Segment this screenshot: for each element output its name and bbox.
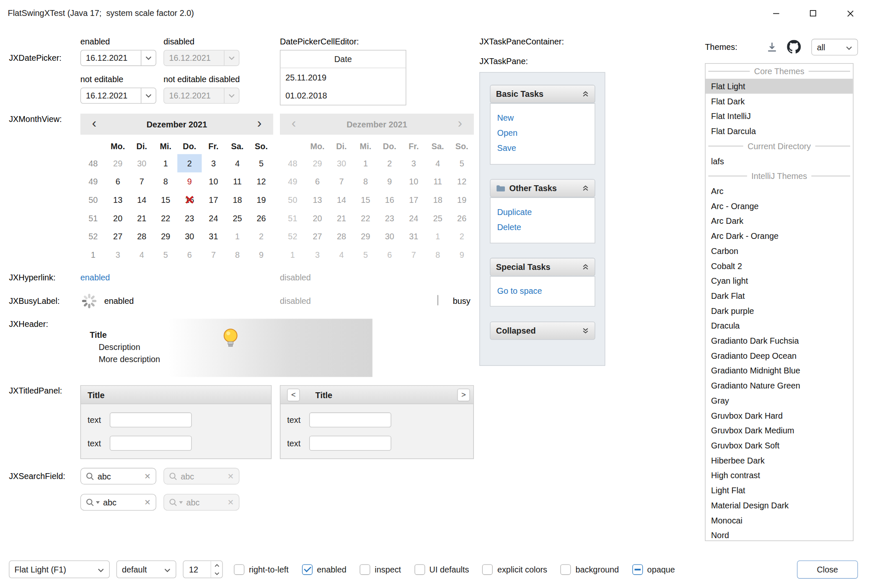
taskpane-other-tasks-header[interactable]: Other Tasks [490, 179, 595, 197]
day-cell[interactable]: 30 [130, 154, 154, 173]
checkbox-box[interactable] [234, 564, 244, 575]
day-cell[interactable]: 4 [225, 154, 249, 173]
day-cell[interactable]: 22 [154, 209, 178, 228]
day-cell[interactable]: 8 [225, 246, 249, 264]
table-row[interactable]: 25.11.2019 [280, 68, 406, 87]
option-checkbox[interactable]: right-to-left [234, 564, 289, 575]
close-window-button[interactable] [838, 0, 863, 26]
table-row[interactable]: 01.02.2018 [280, 86, 406, 105]
theme-list-item[interactable]: Material Design Dark [706, 498, 853, 513]
taskpane-link[interactable]: Open [497, 125, 595, 140]
option-checkbox[interactable]: inspect [360, 564, 401, 575]
theme-list-item[interactable]: Gruvbox Dark Medium [706, 423, 853, 438]
day-cell[interactable]: 12 [249, 172, 273, 191]
download-themes-button[interactable] [765, 40, 779, 54]
day-cell[interactable]: 9 [249, 246, 273, 264]
day-cell[interactable]: 23 [178, 209, 202, 228]
day-cell[interactable]: 11 [225, 172, 249, 191]
theme-list-item[interactable]: Arc Dark [706, 213, 853, 228]
search-menu-arrow-icon[interactable] [96, 501, 100, 504]
day-cell[interactable]: 5 [154, 246, 178, 264]
day-cell[interactable]: 28 [130, 227, 154, 246]
theme-list-item[interactable]: Flat Dark [706, 94, 853, 109]
day-cell[interactable]: 10 [202, 172, 225, 191]
day-cell[interactable]: 7 [130, 172, 154, 191]
themes-filter-combobox[interactable]: all [811, 39, 858, 56]
day-cell[interactable]: 19 [249, 191, 273, 209]
day-cell[interactable]: 2 [249, 227, 273, 246]
taskpane-collapsed-header[interactable]: Collapsed [490, 321, 595, 340]
day-cell[interactable]: 26 [249, 209, 273, 228]
day-cell[interactable]: 50 [80, 191, 106, 209]
option-checkbox[interactable]: opaque [632, 564, 675, 575]
option-checkbox[interactable]: background [561, 564, 619, 575]
theme-list-item[interactable]: Gruvbox Dark Soft [706, 438, 853, 453]
theme-list-item[interactable]: Carbon [706, 243, 853, 259]
day-cell[interactable]: 5 [249, 154, 273, 173]
titledpanel-left-button[interactable]: < [287, 389, 300, 401]
theme-list-item[interactable]: Gradianto Nature Green [706, 378, 853, 393]
prev-month-button[interactable]: ‹ [87, 117, 101, 132]
day-cell[interactable]: 29 [106, 154, 130, 173]
day-cell[interactable]: 48 [80, 154, 106, 173]
day-cell[interactable]: 6 [178, 246, 202, 264]
theme-list-item[interactable]: Dracula [706, 318, 853, 333]
day-cell[interactable]: 25 [225, 209, 249, 228]
day-cell[interactable]: 49 [80, 172, 106, 191]
theme-list-item[interactable]: Nord [706, 528, 853, 541]
next-month-button[interactable]: › [252, 117, 266, 132]
day-cell[interactable]: 1 [225, 227, 249, 246]
checkbox-box[interactable] [360, 564, 370, 575]
text-input[interactable] [309, 436, 391, 451]
theme-list-item[interactable]: Arc Dark - Orange [706, 228, 853, 243]
day-cell[interactable]: 2 [178, 154, 202, 173]
day-cell[interactable]: 1 [80, 246, 106, 264]
day-cell[interactable]: 17 [202, 191, 225, 209]
theme-list-item[interactable]: Gradianto Midnight Blue [706, 363, 853, 378]
theme-list-item[interactable]: Gradianto Dark Fuchsia [706, 333, 853, 348]
theme-list-item[interactable]: Arc [706, 184, 853, 199]
titledpanel-right-button[interactable]: > [457, 389, 470, 401]
checkbox-box[interactable] [561, 564, 571, 575]
theme-list-item[interactable]: Core Themes [706, 64, 853, 79]
searchfield-enabled[interactable]: abc ✕ [80, 468, 156, 484]
day-cell[interactable]: 15 [154, 191, 178, 209]
theme-list-item[interactable]: Dark purple [706, 303, 853, 319]
day-cell[interactable]: 6 [106, 172, 130, 191]
day-cell[interactable]: 20 [106, 209, 130, 228]
taskpane-link[interactable]: Duplicate [497, 205, 595, 220]
theme-list-item[interactable]: Gruvbox Dark Hard [706, 408, 853, 423]
day-cell[interactable]: 3 [202, 154, 225, 173]
taskpane-link[interactable]: Delete [497, 220, 595, 235]
option-checkbox[interactable]: UI defaults [414, 564, 469, 575]
theme-list-item[interactable]: Arc - Orange [706, 199, 853, 214]
style-combobox[interactable]: default [116, 560, 176, 578]
font-size-spinner[interactable]: 12 [183, 560, 222, 578]
theme-list-item[interactable]: Hiberbee Dark [706, 453, 853, 468]
day-cell[interactable]: 51 [80, 209, 106, 228]
text-input[interactable] [110, 436, 192, 451]
day-cell[interactable]: 16 [178, 191, 202, 209]
day-cell[interactable]: 18 [225, 191, 249, 209]
collapse-chevron-icon[interactable] [582, 263, 589, 270]
checkbox-box[interactable] [414, 564, 425, 575]
spinner-down-button[interactable] [211, 569, 222, 578]
theme-list-item[interactable]: Flat IntelliJ [706, 109, 853, 124]
taskpane-link[interactable]: Save [497, 140, 595, 155]
maximize-button[interactable] [800, 0, 826, 26]
taskpane-basic-tasks-header[interactable]: Basic Tasks [490, 85, 595, 103]
theme-list-item[interactable]: Current Directory [706, 139, 853, 154]
theme-list-item[interactable]: Cyan light [706, 273, 853, 288]
search-input[interactable]: abc [98, 471, 141, 481]
theme-list-item[interactable]: Flat Darcula [706, 124, 853, 139]
datepicker-dropdown-button[interactable] [141, 88, 156, 103]
theme-list-item[interactable]: Light Flat [706, 483, 853, 498]
day-cell[interactable]: 7 [202, 246, 225, 264]
expand-chevron-icon[interactable] [582, 327, 589, 334]
theme-list-item[interactable]: Gradianto Deep Ocean [706, 348, 853, 363]
github-button[interactable] [786, 39, 802, 54]
theme-list-item[interactable]: Gray [706, 393, 853, 408]
spinner-up-button[interactable] [211, 561, 222, 570]
day-cell[interactable]: 29 [154, 227, 178, 246]
day-cell[interactable]: 27 [106, 227, 130, 246]
